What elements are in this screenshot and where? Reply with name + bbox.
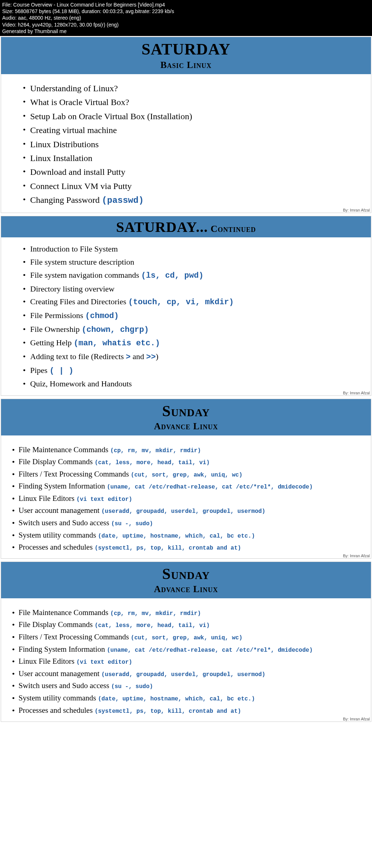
slide-saturday-continued: SATURDAY... Continued Introduction to Fi… (1, 216, 371, 396)
command-text: (uname, cat /etc/redhat-release, cat /et… (107, 484, 313, 490)
list-item: Filters / Text Processing Commands (cut,… (12, 631, 364, 643)
list-item: Changing Password (passwd) (23, 193, 356, 208)
list-item: Processes and schedules (systemctl, ps, … (12, 704, 364, 716)
command-text: (date, uptime, hostname, which, cal, bc … (98, 533, 255, 539)
credit-text: By: Imran Afzal (343, 391, 370, 395)
command-text: (useradd, groupadd, userdel, groupdel, u… (101, 508, 265, 515)
list-item: Processes and schedules (systemctl, ps, … (12, 541, 364, 554)
command-text: (cat, less, more, head, tail, vi) (94, 622, 210, 629)
list-item: Linux Installation (23, 151, 356, 165)
topic-list: File Maintenance Commands (cp, rm, mv, m… (12, 443, 364, 553)
list-item: Switch users and Sudo access (su -, sudo… (12, 680, 364, 692)
slide-header: Sunday Advance Linux (1, 562, 371, 598)
slide-header: SATURDAY... Continued (1, 216, 371, 237)
slide-header: Sunday Advance Linux (1, 399, 371, 435)
slide-header: SATURDAY Basic Linux (1, 37, 371, 74)
command-text: (su -, sudo) (111, 521, 153, 527)
command-text: >> (146, 353, 155, 362)
slide-body: File Maintenance Commands (cp, rm, mv, m… (1, 598, 371, 721)
command-text: (man, whatis etc.) (74, 339, 160, 348)
info-file: File: Course Overview - Linux Command Li… (2, 1, 370, 8)
list-item: Pipes ( | ) (23, 364, 356, 378)
command-text: (ls, cd, pwd) (141, 271, 204, 280)
slide-title-continued: Continued (208, 224, 256, 234)
credit-text: By: Imran Afzal (343, 208, 370, 212)
list-item: Setup Lab on Oracle Virtual Box (Install… (23, 109, 356, 123)
command-text: ( | ) (49, 366, 73, 375)
command-text: (vi text editor) (76, 496, 132, 503)
slide-sunday-advance-2: Sunday Advance Linux File Maintenance Co… (1, 562, 371, 722)
command-text: (chown, chgrp) (82, 325, 149, 334)
list-item: Linux File Editors (vi text editor) (12, 655, 364, 668)
list-item: Understanding of Linux? (23, 81, 356, 95)
slide-title: SATURDAY (1, 41, 371, 57)
list-item: Finding System Information (uname, cat /… (12, 643, 364, 655)
info-video: Video: h264, yuv420p, 1280x720, 30.00 fp… (2, 21, 370, 28)
list-item: System utility commands (date, uptime, h… (12, 692, 364, 704)
slide-body: Introduction to File System File system … (1, 237, 371, 395)
command-text: (date, uptime, hostname, which, cal, bc … (98, 696, 255, 702)
list-item: Adding text to file (Redirects > and >>) (23, 350, 356, 364)
command-text: (su -, sudo) (111, 683, 153, 690)
list-item: Filters / Text Processing Commands (cut,… (12, 468, 364, 480)
list-item: Finding System Information (uname, cat /… (12, 480, 364, 493)
list-item: File Display Commands (cat, less, more, … (12, 619, 364, 631)
list-item: Connect Linux VM via Putty (23, 179, 356, 193)
info-generated: Generated by Thumbnail me (2, 28, 370, 35)
command-text: (systemctl, ps, top, kill, crontab and a… (94, 708, 241, 715)
list-item: What is Oracle Virtual Box? (23, 95, 356, 109)
list-item: System utility commands (date, uptime, h… (12, 529, 364, 541)
credit-text: By: Imran Afzal (343, 554, 370, 558)
slide-subtitle: Basic Linux (1, 60, 371, 71)
list-item: File Ownership (chown, chgrp) (23, 323, 356, 337)
slide-title: SATURDAY... (116, 219, 208, 235)
topic-list: File Maintenance Commands (cp, rm, mv, m… (12, 606, 364, 716)
command-text: (touch, cp, vi, mkdir) (128, 298, 234, 307)
list-item: Quiz, Homework and Handouts (23, 377, 356, 390)
list-item: Introduction to File System (23, 242, 356, 256)
command-text: > (126, 353, 130, 362)
credit-text: By: Imran Afzal (343, 717, 370, 721)
command-text: (cut, sort, grep, awk, uniq, wc) (131, 472, 242, 478)
command-text: (cut, sort, grep, awk, uniq, wc) (131, 635, 242, 641)
list-item: File system navigation commands (ls, cd,… (23, 269, 356, 282)
list-item: Getting Help (man, whatis etc.) (23, 336, 356, 350)
list-item: File Display Commands (cat, less, more, … (12, 456, 364, 468)
slide-title: Sunday (1, 566, 371, 582)
slide-title: Sunday (1, 403, 371, 419)
command-text: (chmod) (85, 312, 119, 321)
info-audio: Audio: aac, 48000 Hz, stereo (eng) (2, 15, 370, 21)
list-item: User account management (useradd, groupa… (12, 667, 364, 680)
list-item: Linux Distributions (23, 137, 356, 151)
info-size: Size: 56808767 bytes (54.18 MiB), durati… (2, 8, 370, 15)
list-item: User account management (useradd, groupa… (12, 505, 364, 517)
slide-subtitle: Advance Linux (1, 421, 371, 432)
command-text: (useradd, groupadd, userdel, groupdel, u… (101, 671, 265, 678)
video-info-bar: File: Course Overview - Linux Command Li… (0, 0, 372, 36)
topic-list: Understanding of Linux? What is Oracle V… (23, 81, 356, 208)
list-item: File Maintenance Commands (cp, rm, mv, m… (12, 606, 364, 619)
command-text: (vi text editor) (76, 659, 132, 666)
slide-subtitle: Advance Linux (1, 584, 371, 595)
command-text: (uname, cat /etc/redhat-release, cat /et… (107, 647, 313, 654)
list-item: Switch users and Sudo access (su -, sudo… (12, 517, 364, 529)
list-item: Download and install Putty (23, 165, 356, 179)
command-text: (passwd) (102, 196, 143, 205)
list-item: Creating virtual machine (23, 123, 356, 137)
list-item: Directory listing overview (23, 282, 356, 296)
command-text: (cp, rm, mv, mkdir, rmdir) (110, 610, 201, 617)
list-item: File system structure description (23, 256, 356, 269)
slide-sunday-advance-1: Sunday Advance Linux File Maintenance Co… (1, 399, 371, 559)
slide-body: File Maintenance Commands (cp, rm, mv, m… (1, 435, 371, 558)
topic-list: Introduction to File System File system … (23, 242, 356, 390)
command-text: (cat, less, more, head, tail, vi) (94, 459, 210, 466)
slide-body: Understanding of Linux? What is Oracle V… (1, 74, 371, 213)
list-item: Linux File Editors (vi text editor) (12, 492, 364, 505)
list-item: File Maintenance Commands (cp, rm, mv, m… (12, 443, 364, 456)
list-item: File Permissions (chmod) (23, 309, 356, 323)
list-item: Creating Files and Directories (touch, c… (23, 295, 356, 309)
command-text: (cp, rm, mv, mkdir, rmdir) (110, 447, 201, 454)
command-text: (systemctl, ps, top, kill, crontab and a… (94, 545, 241, 551)
slide-saturday-basic: SATURDAY Basic Linux Understanding of Li… (1, 37, 371, 213)
